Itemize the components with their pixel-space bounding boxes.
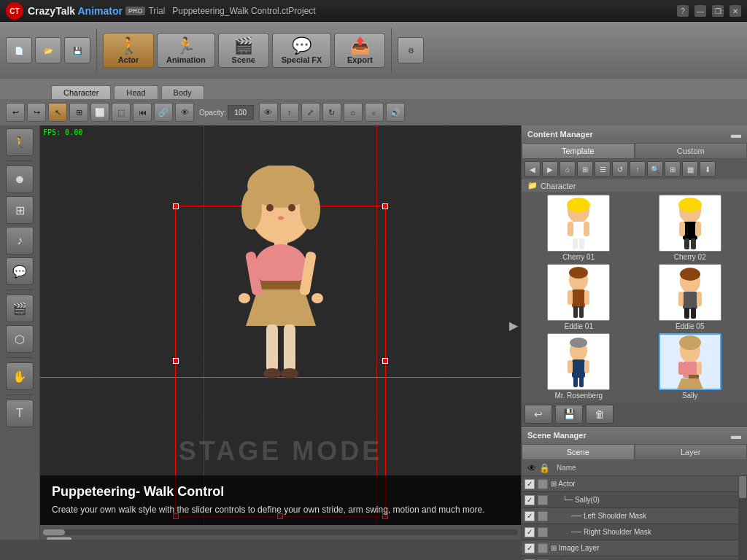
sidebar-pick-btn[interactable]: ☻: [6, 166, 34, 193]
content-manager-close[interactable]: ▬: [731, 128, 741, 140]
animation-button[interactable]: 🏃 Animation: [157, 33, 215, 68]
send-to-stage-btn[interactable]: ↩: [525, 405, 552, 424]
character-item-cherry02[interactable]: Cherry 02: [636, 195, 745, 261]
specialfx-button[interactable]: 💬 Special FX: [272, 33, 332, 68]
ct-refresh-btn[interactable]: ↺: [612, 161, 628, 177]
ct-view-btn[interactable]: ▦: [682, 161, 698, 177]
ct-list-btn[interactable]: ☰: [595, 161, 611, 177]
layer-row-image-layer[interactable]: ⊞ Image Layer: [522, 540, 738, 556]
minimize-button[interactable]: —: [694, 5, 706, 17]
opacity-input[interactable]: [228, 105, 254, 120]
rotate-btn[interactable]: ↻: [322, 103, 341, 122]
layer-row-left-shoulder[interactable]: ── Left Shoulder Mask: [522, 508, 738, 524]
eye-btn[interactable]: 👁: [175, 103, 194, 122]
undo-button[interactable]: ↩: [6, 103, 25, 122]
character-item-cherry01[interactable]: Cherry 01: [525, 195, 633, 261]
sally-visibility-check[interactable]: [525, 495, 535, 505]
audio-btn[interactable]: 🔊: [386, 103, 405, 122]
left-shoulder-lock-btn[interactable]: [538, 511, 548, 521]
prev-keyframe-btn[interactable]: ⏮: [133, 103, 152, 122]
handle-ml[interactable]: [173, 358, 179, 364]
actor-lock-btn[interactable]: [538, 479, 548, 489]
character-tab[interactable]: Character: [51, 85, 111, 99]
reset-btn[interactable]: ⌂: [344, 103, 363, 122]
timeline-btn[interactable]: 📅: [46, 537, 72, 540]
help-button[interactable]: ?: [677, 5, 689, 17]
ct-sort-btn[interactable]: ⊞: [665, 161, 681, 177]
move-all-btn[interactable]: ⤢: [301, 103, 320, 122]
character-item-sally[interactable]: Sally: [636, 333, 745, 400]
template-tab[interactable]: Template: [522, 143, 635, 159]
scene-scrollbar-thumb[interactable]: [739, 476, 746, 498]
ct-dl-btn[interactable]: ⬇: [700, 161, 716, 177]
ct-search-btn[interactable]: 🔍: [647, 161, 663, 177]
character-folder[interactable]: 📁 Character: [522, 179, 747, 192]
move-up-btn[interactable]: ↑: [280, 103, 299, 122]
right-shoulder-visibility-check[interactable]: [525, 527, 535, 537]
link-btn[interactable]: 🔗: [154, 103, 173, 122]
character-item-mrrosenberg[interactable]: Mr. Rosenberg: [525, 333, 633, 400]
sally-lock-btn[interactable]: [538, 495, 548, 505]
scene-tab[interactable]: Scene: [522, 444, 635, 460]
actor-visibility-check[interactable]: [525, 479, 535, 489]
ct-forward-btn[interactable]: ▶: [542, 161, 558, 177]
content-manager-tabs: Template Custom: [522, 143, 747, 159]
save-to-library-btn[interactable]: 💾: [555, 405, 583, 424]
scroll-track[interactable]: [43, 529, 518, 535]
left-sidebar: 🚶 ☻ ⊞ ♪ 💬 🎬 ⬡ ✋ T: [0, 125, 40, 540]
sidebar-actor-btn[interactable]: 🚶: [6, 128, 34, 156]
scene-button[interactable]: 🎬 Scene: [218, 33, 269, 68]
right-shoulder-lock-btn[interactable]: [538, 527, 548, 537]
body-tab[interactable]: Body: [161, 85, 204, 99]
canvas-scroll-right[interactable]: ▶: [509, 319, 518, 332]
layer-row-right-shoulder[interactable]: ── Right Shoulder Mask: [522, 524, 738, 540]
scene-manager-close[interactable]: ▬: [731, 429, 741, 441]
export-button[interactable]: 📤 Export: [334, 33, 385, 68]
marquee-tool[interactable]: ⬜: [90, 103, 109, 122]
handle-tl[interactable]: [173, 203, 179, 209]
maximize-button[interactable]: ❐: [712, 5, 724, 17]
sidebar-text-btn[interactable]: T: [6, 400, 34, 427]
new-button[interactable]: 📄: [6, 37, 32, 63]
layer-row-imagelayer0[interactable]: └─ ImageLayer(0): [522, 556, 738, 560]
left-shoulder-visibility-check[interactable]: [525, 511, 535, 521]
move-tool[interactable]: ⬚: [112, 103, 131, 122]
head-tab[interactable]: Head: [114, 85, 158, 99]
custom-tab[interactable]: Custom: [635, 143, 748, 159]
layer-tab[interactable]: Layer: [635, 444, 748, 460]
ct-back-btn[interactable]: ◀: [525, 161, 541, 177]
sidebar-chat-btn[interactable]: 💬: [6, 257, 34, 285]
sidebar-music-btn[interactable]: ♪: [6, 227, 34, 254]
delete-btn[interactable]: 🗑: [586, 405, 614, 424]
layer-row-actor[interactable]: ⊞ Actor: [522, 476, 738, 492]
canvas-stage[interactable]: FPS: 0.00: [40, 125, 521, 525]
transform-tool[interactable]: ⊞: [69, 103, 88, 122]
sidebar-scene-btn[interactable]: 🎬: [6, 295, 34, 322]
handle-tr[interactable]: [382, 203, 388, 209]
sidebar-group-btn[interactable]: ⊞: [6, 196, 34, 224]
sidebar-hand-btn[interactable]: ✋: [6, 362, 34, 390]
ct-grid-btn[interactable]: ⊞: [577, 161, 593, 177]
image-layer-visibility-check[interactable]: [525, 543, 535, 553]
layer-row-sally[interactable]: └─ Sally(0): [522, 492, 738, 508]
scene-scrollbar-v[interactable]: [738, 476, 747, 560]
redo-button[interactable]: ↪: [27, 103, 46, 122]
character-item-eddie01[interactable]: Eddie 01: [525, 264, 633, 330]
image-layer-lock-btn[interactable]: [538, 543, 548, 553]
settings-button[interactable]: ⚙: [398, 37, 424, 63]
character-item-eddie05[interactable]: Eddie 05: [636, 264, 745, 330]
character-figure[interactable]: [208, 166, 354, 399]
ct-home-btn[interactable]: ⌂: [560, 161, 576, 177]
flip-btn[interactable]: ⬦: [365, 103, 384, 122]
open-button[interactable]: 📂: [35, 37, 61, 63]
actor-button[interactable]: 🚶 Actor: [103, 33, 154, 68]
visibility-btn[interactable]: 👁: [259, 103, 278, 122]
canvas-scrollbar[interactable]: [40, 525, 521, 540]
sidebar-layer-btn[interactable]: ⬡: [6, 325, 34, 353]
close-button[interactable]: ✕: [729, 5, 741, 17]
ct-up-btn[interactable]: ↑: [630, 161, 646, 177]
handle-mr[interactable]: [382, 358, 388, 364]
scroll-thumb[interactable]: [43, 529, 65, 535]
select-tool[interactable]: ↖: [48, 103, 67, 122]
save-button[interactable]: 💾: [64, 37, 90, 63]
